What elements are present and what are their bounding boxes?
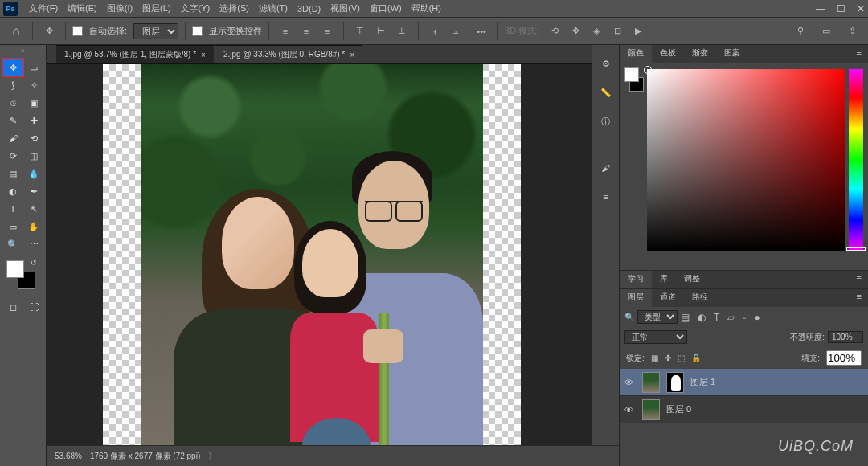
gear-icon[interactable]: ⚙ <box>597 55 615 72</box>
swap-colors-icon[interactable]: ↺ <box>31 259 37 267</box>
tab-adjustments[interactable]: 调整 <box>676 271 708 288</box>
filter-smart-icon[interactable]: ▫ <box>743 312 746 323</box>
auto-select-target[interactable]: 图层 <box>133 23 178 39</box>
fill-input[interactable] <box>826 350 862 366</box>
menu-filter[interactable]: 滤镜(T) <box>254 2 293 14</box>
shape-tool[interactable]: ▭ <box>2 218 23 235</box>
artboard-tool[interactable]: ▭ <box>23 59 44 76</box>
tab-patterns[interactable]: 图案 <box>716 45 748 63</box>
zoom-readout[interactable]: 53.68% <box>55 452 82 460</box>
lock-artboard-icon[interactable]: ⬚ <box>678 354 685 362</box>
show-transform-checkbox[interactable] <box>192 26 203 36</box>
foreground-color[interactable] <box>6 260 24 278</box>
color-mini-swatch[interactable] <box>624 67 644 95</box>
dist-v-icon[interactable]: ⫠ <box>446 22 465 41</box>
edit-toolbar[interactable]: ⋯ <box>23 235 44 253</box>
layer-0-thumb[interactable] <box>642 399 660 420</box>
tab-swatches[interactable]: 色板 <box>652 45 684 63</box>
lock-all-icon[interactable]: 🔒 <box>691 354 701 362</box>
ruler-icon[interactable]: 📏 <box>597 84 615 101</box>
more-icon[interactable]: ••• <box>472 22 491 41</box>
blur-tool[interactable]: 💧 <box>23 165 44 182</box>
menu-type[interactable]: 文字(Y) <box>176 2 215 14</box>
menu-3d[interactable]: 3D(D) <box>293 4 326 14</box>
layer-1-name[interactable]: 图层 1 <box>690 376 715 388</box>
align-right-icon[interactable]: ≡ <box>317 22 337 41</box>
doc-dims[interactable]: 1760 像素 x 2677 像素 (72 ppi) <box>90 451 200 462</box>
home-button[interactable]: ⌂ <box>6 22 26 41</box>
align-bottom-icon[interactable]: ⊥ <box>392 22 411 41</box>
eraser-tool[interactable]: ◫ <box>23 147 44 165</box>
brush-tool[interactable]: 🖌 <box>2 129 23 147</box>
gradient-tool[interactable]: ▤ <box>2 165 23 182</box>
layer-0-name[interactable]: 图层 0 <box>666 403 691 415</box>
layer-1-thumb[interactable] <box>642 372 660 393</box>
hand-tool[interactable]: ✋ <box>23 218 44 235</box>
layer-0-visibility-icon[interactable]: 👁 <box>624 405 636 415</box>
filter-pixel-icon[interactable]: ▤ <box>681 312 690 323</box>
lasso-tool[interactable]: ⟆ <box>2 76 23 94</box>
frame-tool[interactable]: ▣ <box>23 94 44 112</box>
menu-help[interactable]: 帮助(H) <box>407 2 446 14</box>
blend-mode-select[interactable]: 正常 <box>624 330 687 344</box>
stamp-tool[interactable]: ⟲ <box>23 129 44 147</box>
layer-1-mask[interactable] <box>666 372 684 393</box>
share-icon[interactable]: ⇪ <box>842 22 862 41</box>
layer-filter-select[interactable]: 类型 <box>637 310 678 324</box>
menu-image[interactable]: 图像(I) <box>102 2 137 14</box>
heal-tool[interactable]: ✚ <box>23 112 44 129</box>
zoom-tool[interactable]: 🔍 <box>2 235 23 253</box>
tab-doc1[interactable]: 1.jpg @ 53.7% (图层 1, 图层蒙版/8) * × <box>56 45 214 63</box>
canvas[interactable] <box>103 64 521 445</box>
quickmask-tool[interactable]: ◻ <box>2 298 23 316</box>
tab-gradients[interactable]: 渐变 <box>684 45 716 63</box>
tab-learn[interactable]: 学习 <box>620 271 652 288</box>
search-icon[interactable]: ⚲ <box>791 22 810 41</box>
layers-panel-menu[interactable]: ≡ <box>850 289 868 307</box>
auto-select-checkbox[interactable] <box>72 26 83 36</box>
filter-adjust-icon[interactable]: ◐ <box>698 312 706 323</box>
tab-paths[interactable]: 路径 <box>684 289 716 307</box>
screenmode-tool[interactable]: ⛶ <box>23 298 44 316</box>
menu-file[interactable]: 文件(F) <box>24 2 63 14</box>
color-swatches[interactable]: ↺ <box>6 260 35 289</box>
move-tool[interactable]: ✥ <box>2 59 23 76</box>
tab-color[interactable]: 颜色 <box>620 45 652 63</box>
align-middle-icon[interactable]: ⊢ <box>371 22 391 41</box>
lock-position-icon[interactable]: ✜ <box>665 354 671 362</box>
maximize-icon[interactable]: ☐ <box>837 3 845 14</box>
align-left-icon[interactable]: ≡ <box>276 22 295 41</box>
filter-shape-icon[interactable]: ▱ <box>727 312 735 323</box>
menu-layer[interactable]: 图层(L) <box>137 2 175 14</box>
filter-toggle-icon[interactable]: ● <box>755 312 760 323</box>
tab-doc1-close[interactable]: × <box>201 51 206 59</box>
filter-type-icon[interactable]: T <box>714 312 719 323</box>
workspace-icon[interactable]: ▭ <box>817 22 836 41</box>
quick-select-tool[interactable]: ✧ <box>23 76 44 94</box>
status-caret[interactable]: 〉 <box>208 451 216 462</box>
pen-tool[interactable]: ✒ <box>23 182 44 200</box>
tab-layers[interactable]: 图层 <box>620 289 652 307</box>
tab-doc2[interactable]: 2.jpg @ 33.3% (图层 0, RGB/8#) * × <box>215 45 362 63</box>
layer-1-visibility-icon[interactable]: 👁 <box>624 378 636 387</box>
eyedropper-tool[interactable]: ✎ <box>2 112 23 129</box>
layer-row-0[interactable]: 👁 图层 0 <box>620 396 868 423</box>
close-icon[interactable]: ✕ <box>857 3 865 14</box>
align-top-icon[interactable]: ⊤ <box>350 22 370 41</box>
menu-view[interactable]: 视图(V) <box>326 2 365 14</box>
menu-edit[interactable]: 编辑(E) <box>63 2 102 14</box>
crop-tool[interactable]: ⟃ <box>2 94 23 112</box>
type-tool[interactable]: T <box>2 200 23 218</box>
move-tool-icon[interactable]: ✥ <box>39 22 59 41</box>
opacity-input[interactable] <box>828 331 863 343</box>
layer-row-1[interactable]: 👁 图层 1 <box>620 369 868 396</box>
dist-h-icon[interactable]: ⫞ <box>425 22 444 41</box>
path-select-tool[interactable]: ↖ <box>23 200 44 218</box>
history-brush-tool[interactable]: ⟳ <box>2 147 23 165</box>
color-panel-menu[interactable]: ≡ <box>850 45 868 63</box>
tab-libraries[interactable]: 库 <box>652 271 676 288</box>
lock-pixels-icon[interactable]: ▦ <box>651 354 658 362</box>
canvas-viewport[interactable] <box>47 64 619 445</box>
history-panel-icon[interactable]: ≡ <box>597 188 615 206</box>
menu-window[interactable]: 窗口(W) <box>365 2 407 14</box>
